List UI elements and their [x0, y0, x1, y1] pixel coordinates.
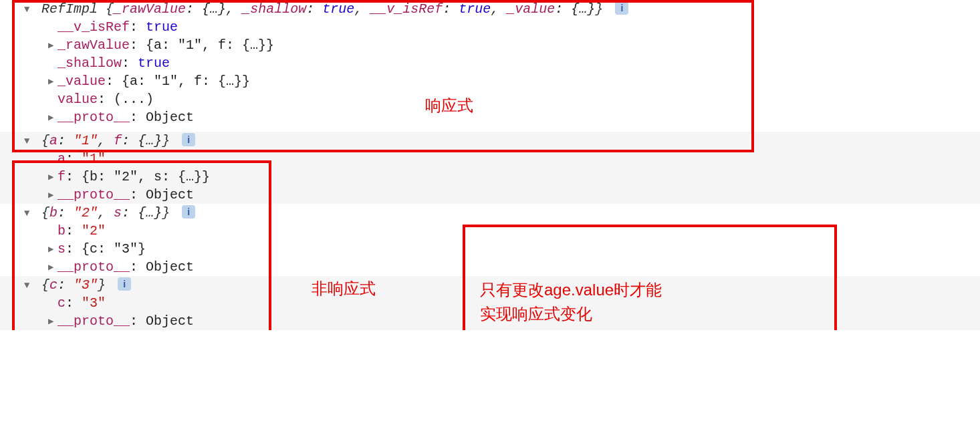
- property-key: __v_isRef: [57, 19, 130, 35]
- property-key: __proto__: [57, 313, 130, 329]
- property-value: Object: [146, 313, 194, 329]
- annotation-boxnote: 只有更改age.value时才能 实现响应式变化: [480, 278, 828, 326]
- annotation-nonreactive: 非响应式: [312, 277, 376, 301]
- obj1-type: RefImpl {: [41, 1, 114, 17]
- property-key: value: [57, 92, 98, 107]
- property-value: {c: "3"}: [82, 241, 146, 257]
- obj3-header[interactable]: ▼ {b: "2", s: {…}} i: [0, 204, 980, 222]
- property-value: "3": [82, 295, 106, 311]
- property-value: Object: [146, 187, 194, 202]
- disclosure-down-icon[interactable]: ▼: [24, 136, 33, 146]
- property-value: true: [146, 19, 178, 35]
- property-key: c: [57, 295, 66, 311]
- property-value: Object: [146, 110, 194, 125]
- property-row[interactable]: ▶__proto__: Object: [0, 108, 980, 126]
- property-row[interactable]: ▶_rawValue: {a: "1", f: {…}}: [0, 36, 980, 54]
- info-icon[interactable]: i: [615, 1, 628, 15]
- property-row[interactable]: _shallow: true: [0, 54, 980, 72]
- disclosure-right-icon[interactable]: ▶: [48, 189, 57, 200]
- property-key: s: [57, 241, 66, 257]
- info-icon[interactable]: i: [182, 205, 195, 219]
- property-value: true: [138, 55, 170, 71]
- annotation-reactive: 响应式: [425, 94, 473, 118]
- disclosure-right-icon[interactable]: ▶: [48, 39, 57, 51]
- property-key: __proto__: [57, 259, 130, 275]
- property-row[interactable]: ▶__proto__: Object: [0, 186, 980, 204]
- property-key: a: [57, 151, 66, 166]
- property-value: (...): [114, 92, 154, 107]
- disclosure-right-icon[interactable]: ▶: [48, 315, 57, 327]
- property-value: Object: [146, 259, 194, 275]
- property-key: __proto__: [57, 187, 130, 202]
- property-key: _value: [57, 74, 106, 89]
- property-value: "2": [82, 223, 106, 239]
- info-icon[interactable]: i: [182, 133, 195, 146]
- disclosure-right-icon[interactable]: ▶: [48, 76, 57, 87]
- property-value: "1": [82, 151, 106, 166]
- property-key: _rawValue: [57, 37, 130, 53]
- disclosure-down-icon[interactable]: ▼: [24, 280, 33, 291]
- property-row[interactable]: ▶s: {c: "3"}: [0, 240, 980, 258]
- property-row[interactable]: b: "2": [0, 222, 980, 240]
- property-row[interactable]: ▶__proto__: Object: [0, 258, 980, 276]
- property-key: f: [57, 169, 66, 184]
- property-row[interactable]: ▶f: {b: "2", s: {…}}: [0, 168, 980, 186]
- property-key: b: [57, 223, 66, 239]
- info-icon[interactable]: i: [118, 277, 131, 291]
- property-row[interactable]: ▶_value: {a: "1", f: {…}}: [0, 72, 980, 90]
- property-value: {b: "2", s: {…}}: [82, 169, 210, 184]
- disclosure-right-icon[interactable]: ▶: [48, 171, 57, 182]
- property-key: _shallow: [57, 55, 122, 71]
- disclosure-right-icon[interactable]: ▶: [48, 243, 57, 255]
- property-row[interactable]: __v_isRef: true: [0, 18, 980, 36]
- disclosure-right-icon[interactable]: ▶: [48, 112, 57, 123]
- property-key: __proto__: [57, 110, 130, 125]
- property-value: {a: "1", f: {…}}: [146, 37, 274, 53]
- obj2-header[interactable]: ▼ {a: "1", f: {…}} i: [0, 132, 980, 150]
- disclosure-down-icon[interactable]: ▼: [24, 208, 33, 219]
- property-row[interactable]: a: "1": [0, 150, 980, 168]
- disclosure-right-icon[interactable]: ▶: [48, 261, 57, 273]
- property-value: {a: "1", f: {…}}: [122, 74, 250, 89]
- obj1-header[interactable]: ▼ RefImpl {_rawValue: {…}, _shallow: tru…: [0, 0, 980, 18]
- property-row[interactable]: value: (...): [0, 90, 980, 108]
- disclosure-down-icon[interactable]: ▼: [24, 4, 33, 15]
